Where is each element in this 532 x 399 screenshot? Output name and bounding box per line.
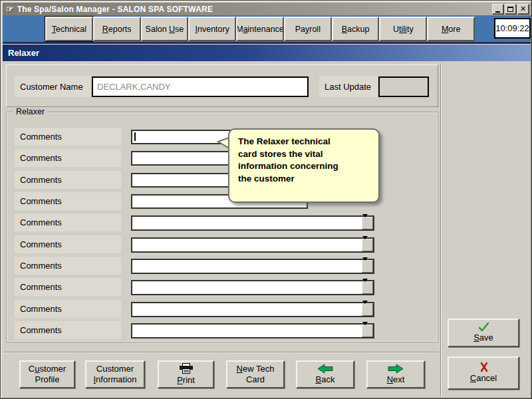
next-button[interactable]: Next [366, 360, 425, 388]
chevron-down-icon[interactable] [362, 281, 373, 294]
window-title: The Spa/Salon Manager - SALON SPA SOFTWA… [17, 5, 491, 14]
tab-utility[interactable]: Utility [379, 17, 427, 41]
cancel-icon [479, 362, 489, 372]
next-icon [388, 364, 404, 374]
back-icon [317, 364, 333, 374]
tab-inventory[interactable]: Inventory [188, 17, 236, 41]
new-tech-card-button[interactable]: New Tech Card [226, 360, 285, 388]
comments-label-8: Comments [15, 278, 121, 296]
chevron-down-icon[interactable] [362, 303, 373, 316]
print-button[interactable]: Print [158, 360, 214, 388]
tab-maintenance[interactable]: Maintenance [236, 17, 284, 41]
comments-label-2: Comments [15, 149, 121, 167]
comments-label-1: Comments [15, 128, 121, 146]
customer-information-button[interactable]: Customer Information [85, 360, 145, 388]
customer-name-label: Customer Name [15, 76, 90, 97]
comments-dropdown-8[interactable] [131, 280, 374, 295]
cancel-button[interactable]: Cancel [448, 356, 519, 390]
clock-display: 10:09:22 [494, 18, 531, 39]
last-update-field [378, 76, 429, 97]
tab-payroll[interactable]: Payroll [284, 17, 332, 41]
comments-label-3: Comments [15, 171, 121, 189]
tab-reports[interactable]: Reports [93, 17, 141, 41]
chevron-down-icon[interactable] [362, 325, 373, 337]
tab-technical[interactable]: Technical [45, 17, 93, 41]
comments-dropdown-9[interactable] [131, 302, 374, 317]
back-button[interactable]: Back [296, 360, 354, 388]
app-window: ☞ The Spa/Salon Manager - SALON SPA SOFT… [0, 0, 532, 399]
comments-dropdown-10[interactable] [131, 323, 374, 338]
main-toolbar: Technical Reports Salon Use Inventory Ma… [3, 15, 531, 44]
comments-label-4: Comments [15, 192, 121, 210]
chevron-down-icon[interactable] [362, 260, 373, 273]
vertical-divider [440, 63, 442, 396]
titlebar: ☞ The Spa/Salon Manager - SALON SPA SOFT… [3, 3, 531, 15]
content-area: Customer Name DECLARK,CANDY Last Update … [3, 61, 531, 398]
comments-dropdown-7[interactable] [131, 259, 374, 274]
customer-panel: Customer Name DECLARK,CANDY Last Update [6, 65, 438, 107]
app-icon: ☞ [6, 4, 14, 14]
comments-label-10: Comments [15, 321, 121, 339]
page-title: Relaxer [3, 44, 531, 61]
minimize-icon [495, 11, 500, 13]
customer-profile-button[interactable]: Customer Profile [19, 360, 75, 388]
printer-icon [179, 363, 194, 374]
comments-label-6: Comments [15, 235, 121, 253]
relaxer-group-title: Relaxer [13, 107, 47, 116]
toolbar-tabs: Technical Reports Salon Use Inventory Ma… [45, 17, 475, 41]
text-caret [134, 132, 136, 141]
chevron-down-icon[interactable] [362, 239, 373, 251]
tab-more[interactable]: More [427, 17, 475, 41]
maximize-button[interactable] [505, 4, 516, 14]
save-icon [477, 322, 489, 332]
close-icon: ✕ [520, 5, 526, 13]
tab-backup[interactable]: Backup [332, 17, 380, 41]
last-update-label: Last Update [319, 76, 378, 97]
horizontal-divider [4, 352, 439, 353]
save-button[interactable]: Save [448, 319, 519, 347]
tab-salon-use[interactable]: Salon Use [141, 17, 189, 41]
close-button[interactable]: ✕ [517, 4, 529, 14]
chevron-down-icon[interactable] [362, 217, 373, 229]
comments-dropdown-6[interactable] [131, 237, 374, 253]
comments-label-7: Comments [15, 257, 121, 275]
maximize-icon [507, 7, 513, 12]
minimize-button[interactable] [492, 4, 503, 14]
help-callout: The Relaxer technical card stores the vi… [228, 128, 380, 203]
comments-label-5: Comments [15, 213, 121, 231]
comments-label-9: Comments [15, 300, 121, 318]
comments-dropdown-5[interactable] [131, 215, 374, 231]
customer-name-input[interactable]: DECLARK,CANDY [92, 76, 309, 97]
